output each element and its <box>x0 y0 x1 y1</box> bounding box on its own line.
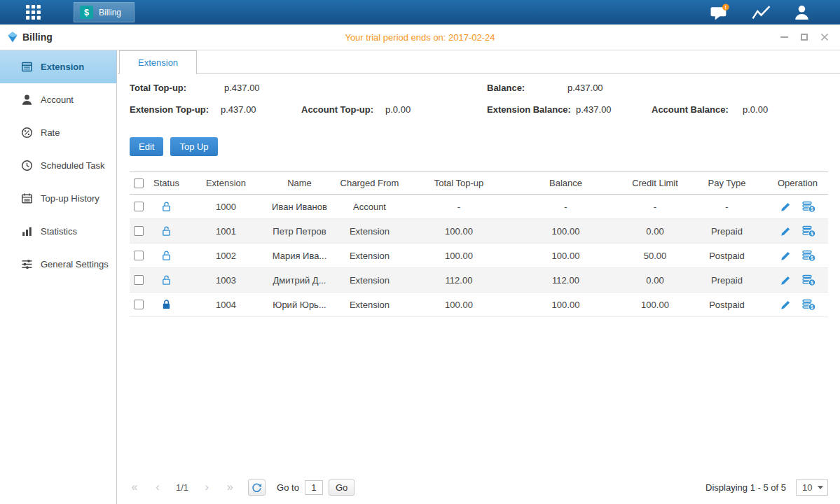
edit-pencil-icon[interactable] <box>780 251 791 261</box>
cell-pay-type: - <box>687 202 767 212</box>
next-page-button[interactable]: › <box>202 481 212 493</box>
table-row[interactable]: 1003 Дмитрий Д... Extension 112.00 112.0… <box>130 268 828 293</box>
sliders-icon <box>21 258 33 270</box>
row-checkbox[interactable] <box>134 251 144 260</box>
pagination-bar: « ‹ 1/1 › » Go to Go Displaying 1 - 5 of… <box>130 479 828 496</box>
sidebar-item-account[interactable]: Account <box>0 83 116 116</box>
cell-pay-type: Prepaid <box>687 226 767 237</box>
edit-pencil-icon[interactable] <box>780 275 791 286</box>
go-button[interactable]: Go <box>329 479 354 496</box>
cell-credit-limit: 50.00 <box>624 251 687 261</box>
sidebar-item-label: Account <box>41 94 74 105</box>
app-title: Billing <box>7 31 53 43</box>
last-page-button[interactable]: » <box>225 481 235 493</box>
cell-extension: 1001 <box>182 226 270 237</box>
tab-extension[interactable]: Extension <box>119 50 197 74</box>
goto-page-input[interactable] <box>305 480 323 495</box>
minimize-button[interactable] <box>780 36 788 38</box>
table-header: Status Extension Name Charged From Total… <box>130 172 828 195</box>
cell-extension: 1000 <box>182 202 270 212</box>
sidebar-item-topup-history[interactable]: Top-up History <box>0 182 116 215</box>
refresh-button[interactable] <box>248 479 266 496</box>
goto-label: Go to <box>277 482 299 493</box>
sidebar-item-rate[interactable]: Rate <box>0 116 116 149</box>
table-row[interactable]: 1001 Петр Петров Extension 100.00 100.00… <box>130 219 828 244</box>
notifications-button[interactable] <box>710 4 729 21</box>
cell-total-topup: 100.00 <box>410 251 508 261</box>
sidebar-item-label: Statistics <box>41 226 77 237</box>
chat-icon <box>710 4 729 21</box>
cell-charged-from: Extension <box>329 251 410 261</box>
sidebar-item-label: General Settings <box>41 259 109 270</box>
bar-chart-icon <box>21 225 33 237</box>
maximize-button[interactable] <box>801 34 808 41</box>
total-topup-label: Total Top-up: <box>130 83 186 93</box>
rate-icon <box>21 127 33 139</box>
topup-icon[interactable] <box>802 225 815 237</box>
row-checkbox[interactable] <box>134 275 144 285</box>
grid-icon <box>25 4 41 20</box>
page-size-select[interactable]: 10 <box>796 479 828 496</box>
topbar-tab-billing[interactable]: Billing <box>74 2 135 22</box>
app-launcher-button[interactable] <box>25 4 41 20</box>
tab-strip: Extension <box>118 50 840 74</box>
displaying-text: Displaying 1 - 5 of 5 <box>705 482 786 493</box>
topbar-tab-label: Billing <box>99 8 121 18</box>
top-up-button[interactable]: Top Up <box>170 137 217 156</box>
edit-button[interactable]: Edit <box>130 137 163 156</box>
prev-page-button[interactable]: ‹ <box>153 481 163 493</box>
status-unlocked-icon <box>161 274 172 286</box>
edit-pencil-icon[interactable] <box>780 202 791 212</box>
table-row[interactable]: 1004 Юрий Юрь... Extension 100.00 100.00… <box>130 293 828 317</box>
row-checkbox[interactable] <box>134 202 144 211</box>
edit-pencil-icon[interactable] <box>780 226 791 237</box>
cell-credit-limit: 0.00 <box>624 226 687 237</box>
sidebar-item-general-settings[interactable]: General Settings <box>0 248 116 281</box>
header-credit-limit: Credit Limit <box>624 178 687 188</box>
status-locked-icon <box>161 299 172 310</box>
cell-pay-type: Postpaid <box>687 251 767 261</box>
balance-value: p.437.00 <box>567 83 603 93</box>
topup-icon[interactable] <box>802 299 815 311</box>
table-row[interactable]: 1000 Иван Иванов Account - - - - <box>130 195 828 219</box>
cell-pay-type: Postpaid <box>687 300 767 310</box>
select-all-checkbox[interactable] <box>134 178 144 188</box>
reports-button[interactable] <box>752 4 771 20</box>
cell-total-topup: 100.00 <box>410 226 508 237</box>
status-unlocked-icon <box>161 201 172 212</box>
table-row[interactable]: 1002 Мария Ива... Extension 100.00 100.0… <box>130 244 828 268</box>
account-balance-value: p.0.00 <box>743 104 768 115</box>
sidebar-item-scheduled-task[interactable]: Scheduled Task <box>0 149 116 182</box>
app-title-label: Billing <box>22 31 53 43</box>
sidebar-item-statistics[interactable]: Statistics <box>0 215 116 248</box>
row-checkbox[interactable] <box>134 226 144 236</box>
sidebar-item-extension[interactable]: Extension <box>0 50 116 83</box>
edit-pencil-icon[interactable] <box>780 300 791 310</box>
cell-total-topup: 100.00 <box>410 300 508 310</box>
dollar-icon <box>80 6 93 19</box>
extension-icon <box>21 61 33 73</box>
user-menu-button[interactable] <box>793 4 811 20</box>
account-topup-value: p.0.00 <box>385 104 411 115</box>
cell-charged-from: Extension <box>329 275 410 286</box>
extension-topup-value: p.437.00 <box>221 104 256 115</box>
calendar-icon <box>21 192 33 204</box>
billing-summary: Total Top-up: p.437.00 Balance: p.437.00… <box>130 83 828 127</box>
first-page-button[interactable]: « <box>130 481 139 493</box>
header-charged-from: Charged From <box>329 178 410 188</box>
topup-icon[interactable] <box>802 201 815 213</box>
chevron-down-icon <box>818 486 823 489</box>
topup-icon[interactable] <box>802 274 815 286</box>
topup-icon[interactable] <box>802 250 815 262</box>
close-button[interactable] <box>820 33 829 41</box>
header-name: Name <box>270 178 329 188</box>
maximize-icon <box>801 34 808 41</box>
cell-balance: 100.00 <box>508 226 624 237</box>
row-checkbox[interactable] <box>134 300 144 309</box>
sidebar: Extension Account Rate Scheduled Task To… <box>0 50 117 504</box>
cell-name: Юрий Юрь... <box>270 300 329 310</box>
status-unlocked-icon <box>161 225 172 237</box>
person-icon <box>793 4 811 20</box>
extension-topup-label: Extension Top-up: <box>130 104 209 115</box>
page-size-value: 10 <box>802 482 812 493</box>
